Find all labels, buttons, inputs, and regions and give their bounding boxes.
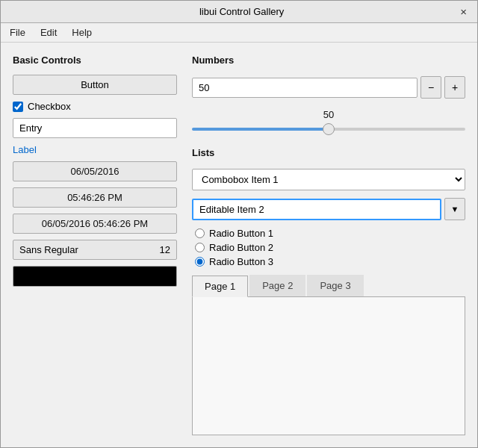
checkbox-row: Checkbox — [13, 101, 177, 112]
tab-page2[interactable]: Page 2 — [249, 275, 305, 296]
tab-page3[interactable]: Page 3 — [307, 275, 363, 296]
slider-wrapper — [192, 122, 465, 137]
menu-bar: File Edit Help — [1, 23, 477, 43]
editable-combobox-input[interactable] — [192, 199, 441, 220]
entry-input[interactable] — [13, 118, 177, 138]
checkbox-label: Checkbox — [28, 101, 71, 112]
radio-input-3[interactable] — [195, 257, 205, 267]
radio-label-3: Radio Button 3 — [209, 256, 273, 267]
radio-label-2: Radio Button 2 — [209, 242, 273, 253]
tab-page1[interactable]: Page 1 — [192, 276, 248, 297]
lists-title: Lists — [192, 147, 465, 158]
radio-input-2[interactable] — [195, 243, 205, 252]
combobox-select[interactable]: Combobox Item 1 Combobox Item 2 Combobox… — [192, 169, 465, 190]
radio-row-2[interactable]: Radio Button 2 — [195, 242, 465, 253]
slider-value-label: 50 — [192, 109, 465, 120]
checkbox-input[interactable] — [13, 102, 23, 112]
radio-row-1[interactable]: Radio Button 1 — [195, 228, 465, 239]
slider-input[interactable] — [192, 128, 465, 131]
tabs-section: Page 1 Page 2 Page 3 — [192, 275, 465, 435]
time-picker[interactable]: 05:46:26 PM — [13, 187, 177, 208]
editable-dropdown-btn[interactable]: ▼ — [444, 198, 465, 220]
basic-controls-title: Basic Controls — [13, 55, 177, 66]
color-button[interactable] — [13, 266, 177, 287]
radio-row-3[interactable]: Radio Button 3 — [195, 256, 465, 267]
spinner-input[interactable] — [192, 78, 418, 98]
menu-help[interactable]: Help — [69, 25, 95, 40]
editable-combobox-row: ▼ — [192, 198, 465, 220]
window-title: libui Control Gallery — [26, 6, 457, 17]
tab-bar: Page 1 Page 2 Page 3 — [192, 275, 465, 297]
right-panel: Numbers − + 50 Lists Combobox Item 1 Com… — [192, 55, 465, 435]
menu-edit[interactable]: Edit — [37, 25, 60, 40]
title-bar: libui Control Gallery × — [1, 1, 477, 23]
main-window: libui Control Gallery × File Edit Help B… — [0, 0, 478, 448]
radio-label-1: Radio Button 1 — [209, 228, 273, 239]
spinner-minus[interactable]: − — [420, 76, 441, 99]
tab-content-page1 — [192, 297, 465, 435]
font-size: 12 — [160, 244, 170, 255]
datetime-picker[interactable]: 06/05/2016 05:46:26 PM — [13, 214, 177, 234]
font-name: Sans Regular — [19, 244, 78, 255]
content-area: Basic Controls Button Checkbox Label 06/… — [1, 43, 477, 447]
font-button[interactable]: Sans Regular 12 — [13, 240, 177, 260]
radio-group: Radio Button 1 Radio Button 2 Radio Butt… — [192, 228, 465, 267]
radio-input-1[interactable] — [195, 228, 205, 238]
spinner-plus[interactable]: + — [444, 76, 465, 99]
combobox-row: Combobox Item 1 Combobox Item 2 Combobox… — [192, 169, 465, 190]
spinner-row: − + — [192, 76, 465, 99]
close-button[interactable]: × — [457, 5, 470, 18]
slider-container: 50 — [192, 106, 465, 140]
numbers-title: Numbers — [192, 55, 465, 66]
date-picker[interactable]: 06/05/2016 — [13, 161, 177, 181]
menu-file[interactable]: File — [7, 25, 28, 40]
label-control: Label — [13, 144, 177, 155]
button-control[interactable]: Button — [13, 75, 177, 95]
left-panel: Basic Controls Button Checkbox Label 06/… — [13, 55, 177, 435]
